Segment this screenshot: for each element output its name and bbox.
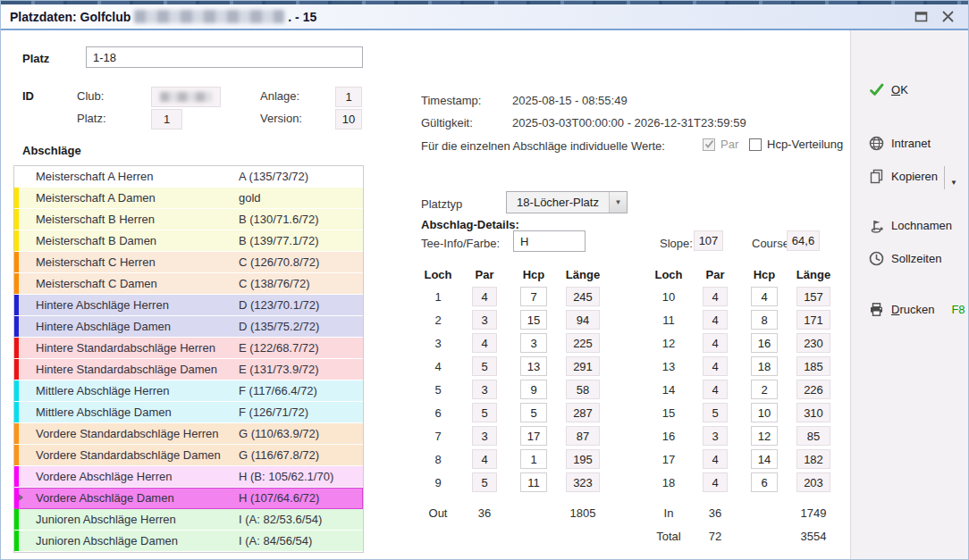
- list-item[interactable]: Meisterschaft B DamenB (139/77.1/72): [14, 230, 363, 252]
- copy-icon: [869, 169, 884, 184]
- hcp-field[interactable]: 18: [751, 356, 778, 376]
- laenge-field[interactable]: 225: [566, 333, 600, 353]
- laenge-field[interactable]: 94: [566, 310, 600, 330]
- hcp-field[interactable]: 2: [751, 380, 778, 399]
- laenge-field[interactable]: 85: [796, 426, 830, 446]
- laenge-field[interactable]: 291: [566, 356, 600, 376]
- course-field[interactable]: 64,6: [787, 230, 820, 251]
- list-item[interactable]: Vordere Standardabschläge HerrenG (110/6…: [14, 423, 363, 445]
- par-field[interactable]: 4: [703, 333, 728, 353]
- par-field[interactable]: 4: [703, 356, 728, 376]
- par-field[interactable]: 3: [472, 310, 497, 330]
- hcp-field[interactable]: 7: [520, 287, 547, 306]
- list-item[interactable]: Meisterschaft A HerrenA (135/73/72): [14, 166, 363, 188]
- laenge-field[interactable]: 58: [566, 380, 600, 399]
- hcp-field[interactable]: 10: [751, 403, 778, 422]
- drucken-button[interactable]: Drucken F8: [869, 298, 965, 320]
- list-item[interactable]: Hintere Abschläge DamenD (135/75.2/72): [14, 316, 363, 338]
- par-field[interactable]: 4: [703, 287, 728, 306]
- club-id-field[interactable]: [151, 87, 221, 107]
- par-field[interactable]: 4: [703, 310, 728, 330]
- slope-field[interactable]: 107: [694, 230, 723, 251]
- par-field[interactable]: 3: [472, 426, 497, 446]
- version-field[interactable]: 10: [335, 109, 362, 130]
- list-item[interactable]: Meisterschaft B HerrenB (130/71.6/72): [14, 209, 363, 230]
- list-item[interactable]: Junioren Abschläge HerrenI (A: 82/53.6/5…: [14, 509, 363, 531]
- hcp-field[interactable]: 13: [520, 356, 547, 376]
- hcp-field[interactable]: 12: [751, 426, 778, 446]
- list-item[interactable]: Meisterschaft C HerrenC (126/70.8/72): [14, 252, 363, 273]
- par-field[interactable]: 5: [472, 356, 497, 376]
- par-field[interactable]: 4: [703, 380, 728, 399]
- laenge-field[interactable]: 157: [796, 287, 830, 306]
- par-field[interactable]: 5: [472, 472, 497, 492]
- list-item[interactable]: Mittlere Abschläge DamenF (126/71/72): [14, 402, 363, 423]
- anlage-field[interactable]: 1: [335, 87, 362, 107]
- sollzeiten-button[interactable]: Sollzeiten: [869, 247, 941, 269]
- laenge-field[interactable]: 226: [796, 380, 830, 399]
- tee-info-input[interactable]: H: [513, 230, 586, 252]
- list-item[interactable]: Hintere Abschläge HerrenD (123/70.1/72): [14, 295, 363, 316]
- list-item[interactable]: Meisterschaft A Damengold: [14, 188, 363, 209]
- hcp-cell: 17: [510, 424, 557, 447]
- hcp-field[interactable]: 16: [751, 333, 778, 353]
- intranet-button[interactable]: Intranet: [869, 132, 931, 154]
- hcp-verteilung-checkbox[interactable]: [749, 138, 762, 151]
- titlebar: Platzdaten: Golfclub . - 15: [1, 4, 968, 30]
- par-field[interactable]: 5: [472, 403, 497, 422]
- par-field[interactable]: 4: [472, 449, 497, 469]
- tee-rating: H (B: 105/62.1/70): [239, 470, 333, 483]
- tee-name: Meisterschaft B Herren: [36, 213, 155, 226]
- kopieren-button[interactable]: Kopieren: [869, 165, 938, 187]
- par-field[interactable]: 4: [703, 449, 728, 469]
- platztyp-dropdown[interactable]: 18-Löcher-Platz ▼: [506, 191, 628, 213]
- laenge-field[interactable]: 287: [566, 403, 600, 422]
- par-field[interactable]: 3: [703, 426, 728, 446]
- platz-input[interactable]: 1-18: [86, 46, 363, 68]
- tee-color-bar: [14, 316, 19, 337]
- list-item[interactable]: Mittlere Abschläge HerrenF (117/66.4/72): [14, 380, 363, 402]
- par-field[interactable]: 4: [703, 472, 728, 492]
- laenge-field[interactable]: 195: [566, 449, 600, 469]
- laenge-field[interactable]: 310: [796, 403, 830, 422]
- hcp-field[interactable]: 11: [520, 472, 547, 492]
- par-field[interactable]: 4: [472, 333, 497, 353]
- list-item[interactable]: Junioren Abschläge DamenI (A: 84/56/54): [14, 531, 363, 552]
- par-field[interactable]: 4: [472, 287, 497, 306]
- list-item[interactable]: Meisterschaft C DamenC (138/76/72): [14, 273, 363, 295]
- laenge-field[interactable]: 182: [796, 449, 830, 469]
- laenge-field[interactable]: 230: [796, 333, 830, 353]
- platz-id-field[interactable]: 1: [151, 109, 182, 130]
- laenge-field[interactable]: 185: [796, 356, 830, 376]
- laenge-field[interactable]: 245: [566, 287, 600, 306]
- laenge-field[interactable]: 323: [566, 472, 600, 492]
- hcp-field[interactable]: 9: [520, 380, 547, 399]
- close-button[interactable]: [940, 9, 956, 25]
- lochnamen-button[interactable]: Lochnamen: [869, 214, 952, 236]
- list-item[interactable]: Hintere Standardabschläge HerrenE (122/6…: [14, 338, 363, 359]
- hcp-field[interactable]: 14: [751, 449, 778, 469]
- list-item[interactable]: Hintere Standardabschläge DamenE (131/73…: [14, 359, 363, 380]
- tee-rating: D (123/70.1/72): [239, 298, 319, 312]
- laenge-field[interactable]: 87: [566, 426, 600, 446]
- par-field[interactable]: 5: [703, 403, 728, 422]
- list-item[interactable]: Vordere Abschläge HerrenH (B: 105/62.1/7…: [14, 466, 363, 488]
- hcp-field[interactable]: 8: [751, 310, 778, 330]
- laenge-field[interactable]: 203: [796, 472, 830, 492]
- par-cell: 4: [459, 447, 510, 471]
- hcp-field[interactable]: 6: [751, 472, 778, 492]
- list-item[interactable]: Vordere Abschläge DamenH (107/64.6/72): [14, 488, 363, 509]
- hcp-field[interactable]: 17: [520, 426, 547, 446]
- par-checkbox[interactable]: [703, 138, 715, 151]
- hcp-field[interactable]: 5: [520, 403, 547, 422]
- hcp-field[interactable]: 1: [520, 449, 547, 469]
- hcp-field[interactable]: 4: [751, 287, 778, 306]
- maximize-button[interactable]: [913, 9, 929, 25]
- hcp-field[interactable]: 3: [520, 333, 547, 353]
- list-item[interactable]: Vordere Standardabschläge DamenG (116/67…: [14, 445, 363, 466]
- ok-button[interactable]: OK: [869, 79, 908, 100]
- laenge-field[interactable]: 171: [796, 310, 830, 330]
- par-field[interactable]: 3: [472, 380, 497, 399]
- kopieren-dropdown-arrow[interactable]: ▼: [944, 163, 957, 189]
- hcp-field[interactable]: 15: [520, 310, 547, 330]
